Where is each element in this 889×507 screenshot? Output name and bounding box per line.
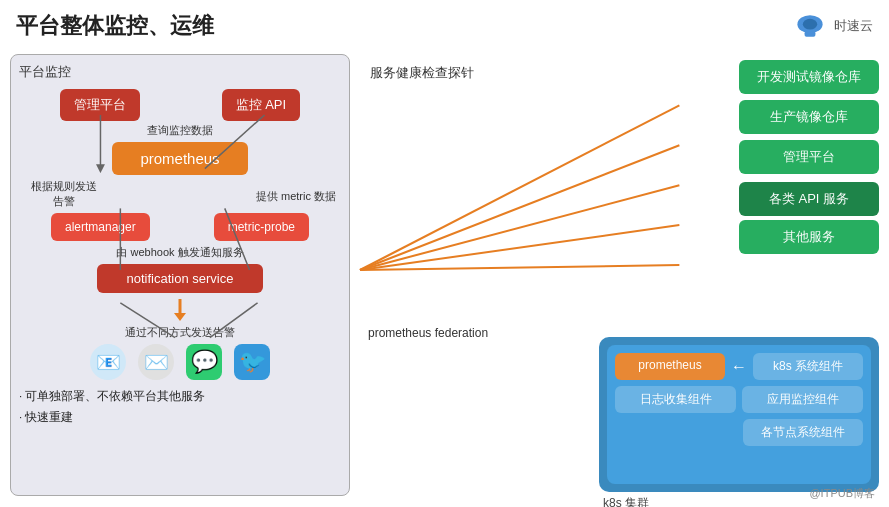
green-box-1: 生产镜像仓库 bbox=[739, 100, 879, 134]
webhook-label: 由 webhook 触发通知服务 bbox=[19, 245, 341, 260]
svg-line-13 bbox=[360, 185, 679, 270]
k8s-log-box: 日志收集组件 bbox=[615, 386, 736, 413]
provide-metric-label: 提供 metric 数据 bbox=[251, 179, 341, 204]
middle-row: alertmanager metric-probe bbox=[19, 213, 341, 241]
notification-row: notification service bbox=[19, 264, 341, 293]
bullet-1: · 可单独部署、不依赖平台其他服务 bbox=[19, 386, 341, 407]
watermark: @ITPUB博客 bbox=[809, 486, 875, 501]
svg-marker-4 bbox=[174, 313, 186, 321]
service-health-label: 服务健康检查探针 bbox=[370, 64, 474, 82]
mail-icon: ✉️ bbox=[138, 344, 174, 380]
green-boxes: 开发测试镜像仓库 生产镜像仓库 管理平台 各类 API 服务 其他服务 bbox=[739, 60, 879, 254]
svg-line-14 bbox=[360, 225, 679, 270]
bullet-2: · 快速重建 bbox=[19, 407, 341, 428]
logo-icon bbox=[792, 8, 828, 44]
green-box-2: 管理平台 bbox=[739, 140, 879, 174]
email-icon: 📧 bbox=[90, 344, 126, 380]
green-box-3: 各类 API 服务 bbox=[739, 182, 879, 216]
prometheus-box: prometheus bbox=[112, 142, 247, 175]
bullet-points: · 可单独部署、不依赖平台其他服务 · 快速重建 bbox=[19, 386, 341, 427]
query-label: 查询监控数据 bbox=[19, 123, 341, 138]
k8s-system-box: k8s 系统组件 bbox=[753, 353, 863, 380]
k8s-cluster: prometheus ← k8s 系统组件 日志收集组件 应用监控组件 各节点系… bbox=[599, 337, 879, 492]
send-alert-label: 根据规则发送告警 bbox=[19, 179, 109, 209]
left-panel: 平台监控 管理平台 监控 API 查询监控数据 prometheus 根据规则发… bbox=[10, 54, 350, 496]
wechat-icon: 💬 bbox=[186, 344, 222, 380]
send-alert2-label: 通过不同方式发送告警 bbox=[19, 325, 341, 340]
monitor-api-box: 监控 API bbox=[222, 89, 301, 121]
k8s-app-box: 应用监控组件 bbox=[742, 386, 863, 413]
manage-platform-box: 管理平台 bbox=[60, 89, 140, 121]
down-arrow bbox=[19, 299, 341, 323]
k8s-prometheus-box: prometheus bbox=[615, 353, 725, 380]
alertmanager-box: alertmanager bbox=[51, 213, 150, 241]
notification-service-box: notification service bbox=[97, 264, 264, 293]
main-content: 平台监控 管理平台 监控 API 查询监控数据 prometheus 根据规则发… bbox=[0, 50, 889, 500]
k8s-node-box: 各节点系统组件 bbox=[743, 419, 863, 446]
k8s-label: k8s 集群 bbox=[603, 495, 649, 507]
panel-label: 平台监控 bbox=[19, 63, 341, 81]
svg-line-11 bbox=[360, 105, 679, 270]
bird-icon: 🐦 bbox=[234, 344, 270, 380]
header: 平台整体监控、运维 时速云 bbox=[0, 0, 889, 50]
metric-probe-box: metric-probe bbox=[214, 213, 309, 241]
app-icons: 📧 ✉️ 💬 🐦 bbox=[19, 344, 341, 380]
prometheus-row: prometheus bbox=[19, 142, 341, 175]
logo-area: 时速云 bbox=[792, 8, 873, 44]
k8s-cluster-inner: prometheus ← k8s 系统组件 日志收集组件 应用监控组件 各节点系… bbox=[607, 345, 871, 484]
federation-label: prometheus federation bbox=[368, 326, 488, 340]
svg-rect-2 bbox=[805, 31, 816, 36]
right-panel: 服务健康检查探针 开发测试镜像仓库 生产镜像仓库 管理平台 各类 API 服务 … bbox=[350, 50, 889, 500]
page-title: 平台整体监控、运维 bbox=[16, 11, 214, 41]
green-box-4: 其他服务 bbox=[739, 220, 879, 254]
top-row: 管理平台 监控 API bbox=[19, 89, 341, 121]
svg-line-15 bbox=[360, 265, 679, 270]
logo-text: 时速云 bbox=[834, 17, 873, 35]
svg-point-1 bbox=[803, 19, 817, 30]
svg-line-12 bbox=[360, 145, 679, 270]
green-box-0: 开发测试镜像仓库 bbox=[739, 60, 879, 94]
